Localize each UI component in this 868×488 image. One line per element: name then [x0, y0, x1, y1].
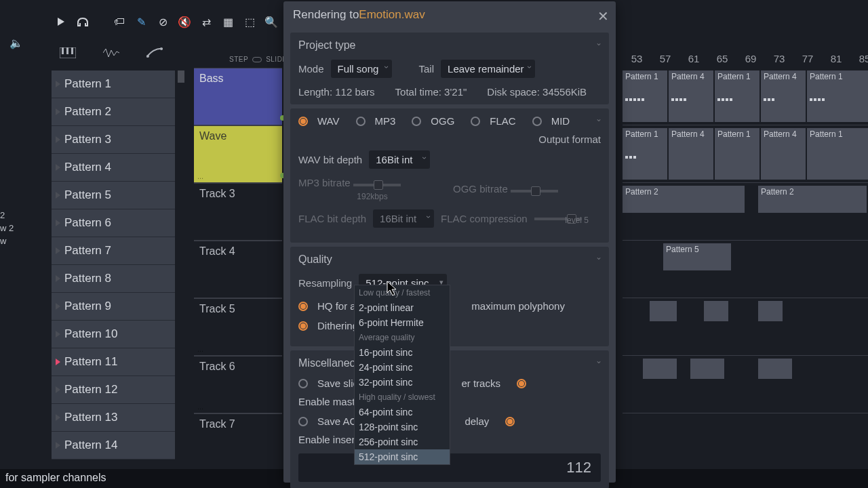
brush-icon[interactable]: ✎ [134, 15, 148, 28]
playlist-row [623, 356, 868, 413]
pattern-item[interactable]: Pattern 8 [52, 265, 175, 293]
save-slice-radio[interactable] [298, 379, 308, 388]
track-header[interactable]: Track 7 [194, 413, 282, 471]
dropdown-option[interactable]: 2-point linear [355, 300, 450, 315]
pattern-item[interactable]: Pattern 12 [52, 376, 175, 404]
dropdown-option[interactable]: 128-point sinc [355, 420, 450, 434]
pattern-item[interactable]: Pattern 14 [52, 432, 175, 460]
zoom-icon[interactable]: 🔍 [264, 15, 278, 28]
wav-radio[interactable] [298, 117, 308, 126]
ogg-bitrate-slider [511, 190, 558, 192]
prohibit-icon[interactable]: ⊘ [156, 15, 170, 28]
play-icon[interactable] [54, 15, 68, 28]
flac-depth-dropdown: 16Bit int [373, 209, 434, 228]
svg-point-4 [146, 55, 149, 58]
track-header[interactable]: Track 5... [194, 298, 282, 356]
pattern-item[interactable]: Pattern 6 [52, 209, 175, 237]
dialog-title: Rendering to Emotion.wav [283, 1, 616, 28]
playlist-row: Pattern 5 [623, 241, 868, 298]
swap-icon[interactable]: ⇄ [199, 15, 213, 28]
timeline-ruler[interactable]: 535761656973778185 [623, 53, 868, 68]
scrollbar-thumb[interactable] [178, 70, 184, 83]
wav-depth-dropdown[interactable]: 16Bit int [369, 150, 430, 169]
collapse-icon[interactable]: ⌄ [595, 38, 602, 47]
track-header[interactable]: Track 6... [194, 356, 282, 413]
automation-icon[interactable] [146, 47, 163, 61]
pattern-item[interactable]: Pattern 9 [52, 293, 175, 321]
insert-fx-radio[interactable] [505, 417, 515, 426]
pattern-item[interactable]: Pattern 13 [52, 404, 175, 432]
mp3-radio[interactable] [356, 117, 366, 126]
main-toolbar: 🏷 ✎ ⊘ 🔇 ⇄ ▦ ⬚ 🔍 🔊 [54, 15, 300, 28]
dithering-radio[interactable] [298, 321, 308, 331]
collapse-icon[interactable]: ⌄ [595, 356, 602, 365]
pattern-item[interactable]: Pattern 1 [52, 70, 175, 98]
playlist-row [623, 298, 868, 356]
tail-dropdown[interactable]: Leave remainder [441, 60, 535, 78]
output-format-section: WAV MP3 OGG FLAC MID Output format ⌄ WAV… [290, 108, 609, 243]
dropdown-option-selected[interactable]: 512-point sinc [355, 449, 450, 464]
collapse-icon[interactable]: ⌄ [595, 252, 602, 262]
pattern-item-selected[interactable]: Pattern 11 [52, 348, 175, 376]
waveform-icon[interactable] [103, 47, 119, 61]
track-header-wave[interactable]: Wave... [194, 125, 282, 183]
pattern-item[interactable]: Pattern 3 [52, 126, 175, 154]
pattern-item[interactable]: Pattern 10 [52, 321, 175, 348]
tag-icon[interactable]: 🏷 [113, 15, 126, 28]
dropdown-option[interactable]: 24-point sinc [355, 360, 450, 375]
left-panel-fragment: 2 w 2 w [0, 210, 14, 246]
mute-icon[interactable]: 🔇 [178, 15, 191, 28]
project-info: Length: 112 bars Total time: 3'21" Disk … [298, 86, 601, 98]
section-title: Project type [298, 39, 601, 52]
pattern-item[interactable]: Pattern 7 [52, 237, 175, 265]
dropdown-option[interactable]: 256-point sinc [355, 434, 450, 449]
view-toolbar [60, 47, 163, 61]
track-header-bass[interactable]: Bass [194, 68, 282, 125]
mouse-cursor [387, 281, 399, 300]
dropdown-option[interactable]: 32-point sinc [355, 375, 450, 390]
step-slide-toggle[interactable]: STEPSLIDE [229, 56, 288, 63]
playlist-area[interactable]: Pattern 1 Pattern 4 Pattern 1 Pattern 4 … [623, 68, 868, 471]
pattern-list: Pattern 1 Pattern 2 Pattern 3 Pattern 4 … [52, 70, 175, 460]
track-header[interactable]: Track 3 [194, 183, 282, 241]
grid-icon[interactable]: ▦ [221, 15, 235, 28]
master-fx-radio[interactable] [517, 379, 526, 388]
track-header[interactable]: Track 4 [194, 241, 282, 298]
flac-radio[interactable] [471, 117, 480, 126]
ogg-radio[interactable] [412, 117, 421, 126]
mid-radio[interactable] [532, 117, 542, 126]
project-type-section: Project type ⌄ Mode Full song Tail Leave… [290, 33, 609, 104]
piano-icon[interactable] [60, 47, 76, 61]
collapse-icon[interactable]: ⌄ [595, 114, 602, 123]
playlist-row: Pattern 1 Pattern 4 Pattern 1 Pattern 4 … [623, 125, 868, 183]
playlist-row [623, 413, 868, 471]
pattern-item[interactable]: Pattern 5 [52, 182, 175, 209]
crop-icon[interactable]: ⬚ [243, 15, 256, 28]
svg-rect-1 [62, 47, 64, 54]
speaker-icon[interactable]: 🔈 [9, 37, 23, 49]
headphones-icon[interactable] [76, 15, 90, 28]
mode-dropdown[interactable]: Full song [331, 60, 392, 78]
svg-rect-2 [66, 47, 68, 54]
resampling-dropdown-menu: Low quality / fastest 2-point linear 6-p… [354, 285, 450, 465]
close-icon[interactable]: ✕ [597, 8, 609, 24]
pattern-item[interactable]: Pattern 2 [52, 98, 175, 126]
pattern-item[interactable]: Pattern 4 [52, 154, 175, 182]
playlist-row: Pattern 2 Pattern 2 [623, 183, 868, 241]
dropdown-option[interactable]: 16-point sinc [355, 345, 450, 360]
svg-rect-3 [71, 47, 73, 54]
dropdown-option[interactable]: 64-point sinc [355, 405, 450, 420]
mp3-bitrate-slider [353, 184, 401, 186]
svg-point-5 [160, 47, 163, 50]
save-acid-radio[interactable] [298, 417, 308, 426]
playlist-row: Pattern 1 Pattern 4 Pattern 1 Pattern 4 … [623, 68, 868, 125]
hq-radio[interactable] [298, 302, 308, 311]
track-headers: Bass Wave... Track 3 Track 4 Track 5... … [194, 68, 282, 471]
dropdown-option[interactable]: 6-point Hermite [355, 315, 450, 330]
